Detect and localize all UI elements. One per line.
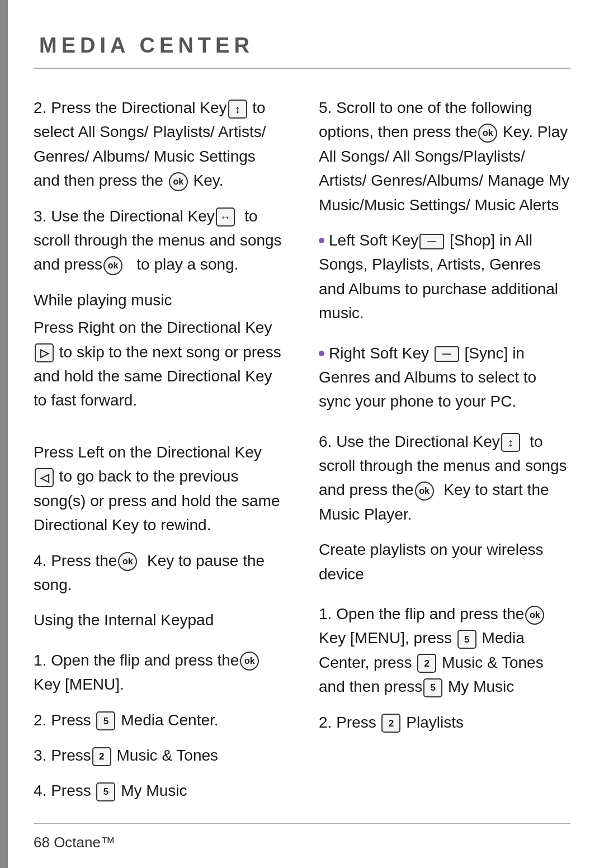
internal-item-1: 1. Open the flip and press theok Key [ME… (34, 648, 285, 697)
right-soft-key: — (435, 346, 459, 362)
dir-left-key: ◁ (35, 468, 54, 487)
ok-key-3: ok (103, 256, 122, 275)
num-5-key-3: 5 (457, 630, 476, 649)
content-columns: 2. Press the Directional Key↕ to select … (34, 96, 570, 814)
page-title: MEDIA CENTER (39, 34, 254, 57)
internal-item4-text: 4. Press 5 My Music (34, 782, 187, 799)
using-internal-keypad-heading: Using the Internal Keypad (34, 608, 285, 632)
internal-item-4: 4. Press 5 My Music (34, 779, 285, 803)
bullet-sync: Right Soft Key — [Sync] in Genres and Al… (319, 341, 570, 414)
while-playing-section: While playing music Press Right on the D… (34, 288, 285, 537)
left-soft-key: — (419, 234, 444, 249)
internal-keypad-label: Using the Internal Keypad (34, 608, 285, 632)
footer: 68 Octane™ (34, 823, 570, 851)
ok-key-6: ok (415, 482, 434, 501)
num-5-key-2: 5 (96, 782, 115, 801)
item4-text: 4. Press theok Key to pause the song. (34, 552, 265, 593)
create-playlists-heading: Create playlists on your wireless device (319, 537, 570, 586)
internal-item2-text: 2. Press 5 Media Center. (34, 711, 219, 729)
playlist-item-1: 1. Open the flip and press theok Key [ME… (319, 602, 570, 699)
dir-key-updown: ↕ (228, 100, 247, 119)
num-2-key-1: 2 (92, 747, 111, 766)
num-5-key-4: 5 (423, 678, 442, 697)
while-playing-heading: While playing music (34, 288, 285, 312)
left-column: 2. Press the Directional Key↕ to select … (34, 96, 285, 814)
item-6: 6. Use the Directional Key↕ to scroll th… (319, 430, 570, 527)
playlist-item2-text: 2. Press 2 Playlists (319, 714, 464, 731)
item-5: 5. Scroll to one of the following option… (319, 96, 570, 217)
bullet-shop-text: Left Soft Key— [Shop] in All Songs, Play… (319, 228, 570, 326)
footer-text: 68 Octane™ (34, 834, 115, 851)
press-left-text: Press Left on the Directional Key ◁ to g… (34, 440, 285, 537)
playlist-item1-text: 1. Open the flip and press theok Key [ME… (319, 605, 545, 695)
bullet-sync-text: Right Soft Key — [Sync] in Genres and Al… (319, 341, 570, 414)
item3-text: 3. Use the Directional Key↔ to scroll th… (34, 207, 282, 273)
header: MEDIA CENTER (34, 34, 570, 69)
num-2-key-2: 2 (417, 654, 436, 673)
num-5-key-1: 5 (96, 711, 115, 730)
dir-key-lr: ↔ (216, 207, 235, 227)
internal-item-3: 3. Press2 Music & Tones (34, 743, 285, 767)
internal-item3-text: 3. Press2 Music & Tones (34, 747, 218, 764)
page-container: MEDIA CENTER 2. Press the Directional Ke… (0, 0, 604, 868)
internal-item-2: 2. Press 5 Media Center. (34, 708, 285, 732)
playlist-item-2: 2. Press 2 Playlists (319, 710, 570, 734)
ok-key-5: ok (478, 124, 497, 143)
item5-text: 5. Scroll to one of the following option… (319, 99, 569, 214)
press-right-text: Press Right on the Directional Key ▷ to … (34, 315, 285, 413)
ok-key-playlist1: ok (525, 606, 544, 625)
item-2: 2. Press the Directional Key↕ to select … (34, 96, 285, 193)
bullet-icon-2 (319, 351, 324, 356)
ok-key-2: ok (169, 172, 188, 191)
ok-key-4: ok (118, 552, 137, 571)
item-4: 4. Press theok Key to pause the song. (34, 549, 285, 597)
ok-key-internal1: ok (240, 652, 259, 671)
dir-key-6: ↕ (501, 433, 520, 452)
item6-text: 6. Use the Directional Key↕ to scroll th… (319, 433, 567, 523)
item-3: 3. Use the Directional Key↔ to scroll th… (34, 204, 285, 277)
bullet-icon-1 (319, 238, 324, 243)
item2-text: 2. Press the Directional Key↕ to select … (34, 99, 266, 189)
create-playlists-label: Create playlists on your wireless device (319, 537, 570, 586)
internal-item1-text: 1. Open the flip and press theok Key [ME… (34, 652, 260, 693)
dir-right-key: ▷ (35, 343, 54, 362)
num-2-key-3: 2 (381, 714, 400, 733)
bullet-shop: Left Soft Key— [Shop] in All Songs, Play… (319, 228, 570, 326)
right-column: 5. Scroll to one of the following option… (319, 96, 570, 814)
